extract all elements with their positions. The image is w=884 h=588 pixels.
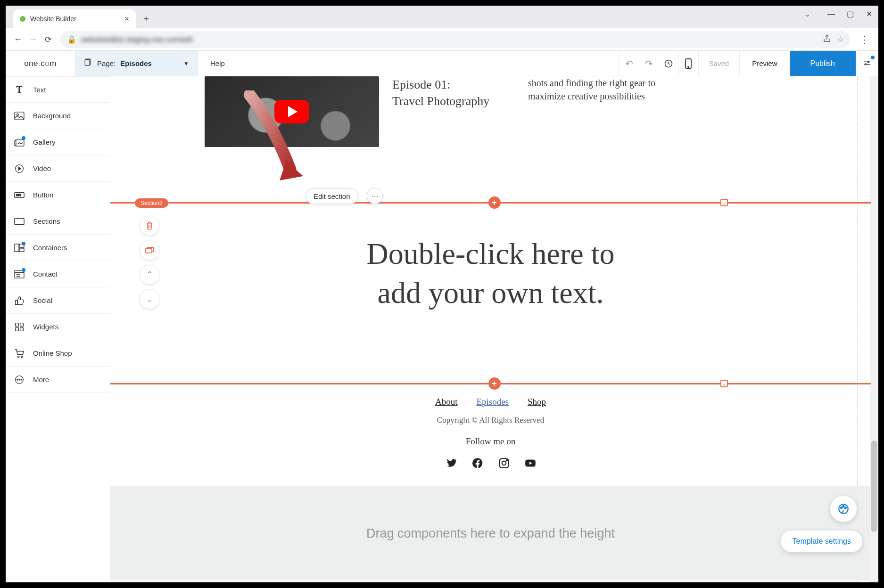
help-button[interactable]: Help [198, 51, 237, 76]
sidebar-item-widgets[interactable]: Widgets [6, 314, 110, 340]
components-sidebar: T Text Background Gallery Video Button [6, 76, 110, 582]
browser-menu-button[interactable]: ⋮ [855, 34, 874, 45]
svg-point-43 [845, 507, 846, 508]
tabs-caret-icon[interactable]: ⌄ [805, 10, 810, 18]
svg-point-32 [19, 379, 20, 380]
sidebar-item-video[interactable]: Video [6, 155, 110, 182]
youtube-icon[interactable] [524, 457, 537, 469]
sidebar-item-containers[interactable]: Containers [6, 235, 110, 261]
sidebar-item-button[interactable]: Button [6, 182, 110, 208]
collapse-section-button[interactable]: ⌄ [720, 199, 728, 206]
notification-dot [871, 56, 875, 59]
sidebar-item-more[interactable]: More [6, 367, 110, 393]
sidebar-item-gallery[interactable]: Gallery [6, 129, 110, 155]
url-text: websiteeditor.staging.one.com/edit [81, 35, 193, 43]
sections-icon [14, 216, 25, 227]
sidebar-item-social[interactable]: Social [6, 287, 110, 314]
sidebar-item-contact[interactable]: Contact [6, 261, 110, 287]
history-button[interactable] [659, 51, 678, 76]
browser-reload-button[interactable]: ⟳ [41, 32, 56, 47]
publish-button[interactable]: Publish [790, 51, 856, 76]
window-minimize-button[interactable]: — [826, 10, 837, 18]
svg-rect-18 [20, 248, 24, 251]
page-name: Episodes [120, 59, 152, 67]
window-close-button[interactable]: ✕ [863, 9, 875, 18]
scrollbar-thumb[interactable] [871, 441, 877, 531]
svg-point-33 [21, 379, 22, 380]
share-icon[interactable] [823, 34, 831, 45]
template-settings-button[interactable]: Template settings [781, 531, 862, 552]
svg-point-4 [688, 66, 689, 67]
footer-link-episodes[interactable]: Episodes [476, 397, 509, 407]
app-window: Website Builder × + ⌄ — ▢ ✕ ← → ⟳ 🔒 webs… [0, 0, 884, 588]
undo-button[interactable]: ↶ [619, 51, 639, 76]
sidebar-item-sections[interactable]: Sections [6, 208, 110, 235]
sidebar-item-shop[interactable]: Online Shop [6, 340, 110, 367]
collapse-section-button[interactable]: ⌄ [720, 380, 728, 387]
footer-link-about[interactable]: About [435, 397, 458, 407]
button-icon [14, 190, 25, 200]
browser-tab[interactable]: Website Builder × [13, 9, 136, 28]
redo-button[interactable]: ↷ [639, 51, 659, 76]
follow-text: Follow me on [110, 436, 871, 447]
theme-button[interactable] [830, 496, 857, 522]
copyright-text: Copyright © All Rights Reserved [110, 416, 871, 425]
svg-rect-1 [85, 60, 90, 65]
placeholder-text-block[interactable]: Double-click here to add your own text. [110, 234, 871, 312]
lock-icon: 🔒 [67, 35, 76, 44]
svg-rect-24 [16, 323, 19, 326]
section-toolbar: ⌃ ⌄ [140, 216, 159, 309]
edit-section-button[interactable]: Edit section [306, 188, 358, 204]
thumb-icon [14, 295, 25, 306]
page-selector[interactable]: Page: Episodes ▼ [75, 51, 198, 76]
footer-nav: About Episodes Shop [110, 397, 871, 407]
site-favicon [20, 16, 25, 22]
containers-icon [14, 243, 25, 253]
svg-point-29 [21, 356, 23, 357]
cart-icon [14, 348, 25, 359]
footer-link-shop[interactable]: Shop [528, 397, 546, 407]
browser-back-button[interactable]: ← [10, 32, 25, 47]
drop-zone[interactable]: Drag components here to expand the heigh… [110, 486, 871, 580]
instagram-icon[interactable] [498, 457, 510, 469]
save-status: Saved [698, 51, 740, 76]
device-preview-button[interactable] [678, 51, 698, 76]
add-section-button[interactable]: + [488, 377, 501, 390]
canvas-scrollbar[interactable] [870, 76, 878, 582]
address-bar[interactable]: 🔒 websiteeditor.staging.one.com/edit ☆ [60, 31, 850, 48]
move-section-down-button[interactable]: ⌄ [140, 289, 159, 309]
svg-rect-26 [16, 327, 19, 331]
delete-section-button[interactable] [140, 216, 159, 236]
add-section-button[interactable]: + [488, 196, 501, 209]
widgets-icon [14, 322, 25, 332]
address-actions: ☆ [823, 34, 843, 45]
youtube-play-icon[interactable] [274, 100, 309, 123]
preview-button[interactable]: Preview [739, 51, 789, 76]
page-icon [84, 58, 92, 69]
svg-rect-25 [20, 323, 24, 326]
duplicate-section-button[interactable] [140, 240, 159, 260]
facebook-icon[interactable] [471, 457, 484, 469]
app-body: T Text Background Gallery Video Button [6, 76, 878, 582]
episode-title: Episode 01: Travel Photography [392, 76, 515, 109]
browser-tab-strip: Website Builder × + ⌄ — ▢ ✕ [6, 6, 878, 28]
move-section-up-button[interactable]: ⌃ [140, 265, 159, 285]
window-maximize-button[interactable]: ▢ [844, 9, 856, 18]
svg-rect-23 [16, 300, 17, 304]
section-more-button[interactable]: ⋯ [367, 188, 383, 204]
editor-canvas[interactable]: Episode 01: Travel Photography shots and… [110, 76, 878, 582]
sidebar-item-background[interactable]: Background [6, 103, 110, 129]
new-tab-button[interactable]: + [143, 14, 149, 28]
settings-toggle-button[interactable] [856, 51, 878, 76]
app-topbar: one.com Page: Episodes ▼ Help ↶ ↷ Saved … [6, 51, 878, 76]
star-icon[interactable]: ☆ [837, 35, 843, 44]
twitter-icon[interactable] [445, 457, 457, 469]
sidebar-item-text[interactable]: T Text [6, 76, 110, 103]
svg-point-42 [843, 506, 844, 507]
video-thumbnail[interactable] [205, 76, 379, 147]
section-badge: Section3 [135, 198, 168, 208]
logo[interactable]: one.com [6, 51, 75, 76]
browser-forward-button[interactable]: → [25, 32, 41, 47]
svg-rect-16 [15, 244, 19, 251]
close-tab-icon[interactable]: × [124, 14, 129, 24]
